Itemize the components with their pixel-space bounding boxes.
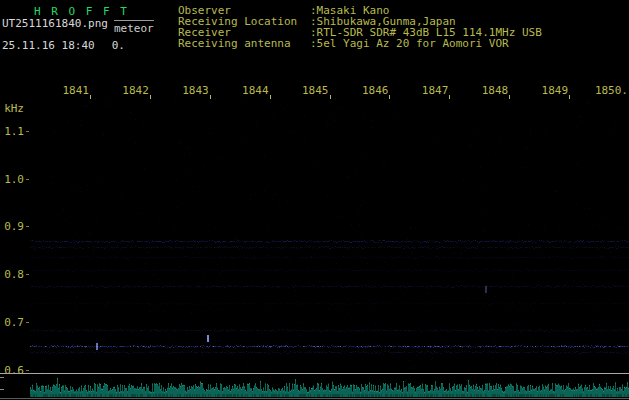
time-tick-mark xyxy=(509,95,510,99)
info-label: Receiving antenna xyxy=(178,38,310,49)
freq-tick-mark xyxy=(26,226,29,227)
time-tick-label: 1843 xyxy=(169,84,209,97)
datetime-label: 25.11.16 18:40 xyxy=(2,39,95,52)
freq-tick-label: 0.8 xyxy=(0,268,24,281)
time-tick-label: 1846 xyxy=(348,84,388,97)
freq-axis-unit: kHz xyxy=(0,102,24,115)
freq-tick-mark xyxy=(26,370,29,371)
hrofft-screen: H R O F F T UT2511161840.png meteor 25.1… xyxy=(0,0,629,400)
signal-strength-strip xyxy=(30,376,629,397)
separator-line xyxy=(0,373,629,374)
time-tick-label: 1847 xyxy=(408,84,448,97)
time-tick-mark xyxy=(150,95,151,99)
freq-tick-label: 0.7 xyxy=(0,316,24,329)
time-tick-mark xyxy=(449,95,450,99)
station-label: meteor xyxy=(114,20,154,35)
time-tick-label: 1845 xyxy=(289,84,329,97)
time-tick-mark xyxy=(210,95,211,99)
bottom-border xyxy=(0,398,629,399)
time-tick-label: 1841 xyxy=(49,84,89,97)
station-info: Observer:Masaki KanoReceiving Location:S… xyxy=(178,5,628,49)
freq-tick-mark xyxy=(26,131,29,132)
time-tick-mark xyxy=(90,95,91,99)
strip-tick-mark xyxy=(0,389,4,390)
freq-tick-label: 0.9 xyxy=(0,220,24,233)
freq-tick-label: 1.1 xyxy=(0,125,24,138)
time-tick-label: 1842 xyxy=(109,84,149,97)
time-tick-mark xyxy=(389,95,390,99)
time-tick-mark xyxy=(569,95,570,99)
freq-tick-mark xyxy=(26,322,29,323)
freq-tick-mark xyxy=(26,274,29,275)
freq-tick-label: 1.0 xyxy=(0,173,24,186)
time-tick-label: 1848 xyxy=(468,84,508,97)
strip-tick-mark xyxy=(0,377,4,378)
datetime-row: 25.11.16 18:400. xyxy=(2,39,125,52)
output-filename: UT2511161840.png xyxy=(2,17,108,30)
time-tick-mark xyxy=(330,95,331,99)
info-value: :5el Yagi Az 20 for Aomori VOR xyxy=(310,38,509,49)
freq-tick-mark xyxy=(26,179,29,180)
freq-tick-label: 0.6 xyxy=(0,364,24,377)
time-tick-label: 1849 xyxy=(528,84,568,97)
time-tick-label: 1850. xyxy=(588,84,628,97)
station-info-row: Receiving antenna:5el Yagi Az 20 for Aom… xyxy=(178,38,628,49)
time-tick-label: 1844 xyxy=(229,84,269,97)
spectrogram xyxy=(30,100,629,373)
counter-label: 0. xyxy=(112,39,125,52)
time-tick-mark xyxy=(270,95,271,99)
